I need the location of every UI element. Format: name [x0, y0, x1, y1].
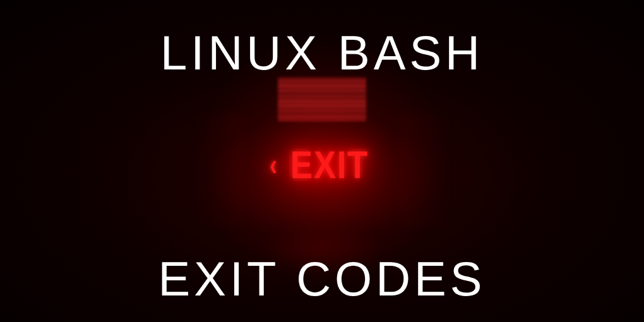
exit-arrow-icon: ‹: [270, 147, 277, 182]
title-line-1: LINUX BASH: [160, 25, 484, 80]
hallway-wall-right: [400, 113, 451, 227]
title-line-2: EXIT CODES: [158, 251, 486, 306]
exit-sign: ‹ EXIT: [268, 142, 376, 187]
ceiling-light-fixture: [278, 77, 366, 121]
hallway-wall-left: [193, 113, 244, 227]
exit-sign-text: EXIT: [290, 142, 369, 187]
